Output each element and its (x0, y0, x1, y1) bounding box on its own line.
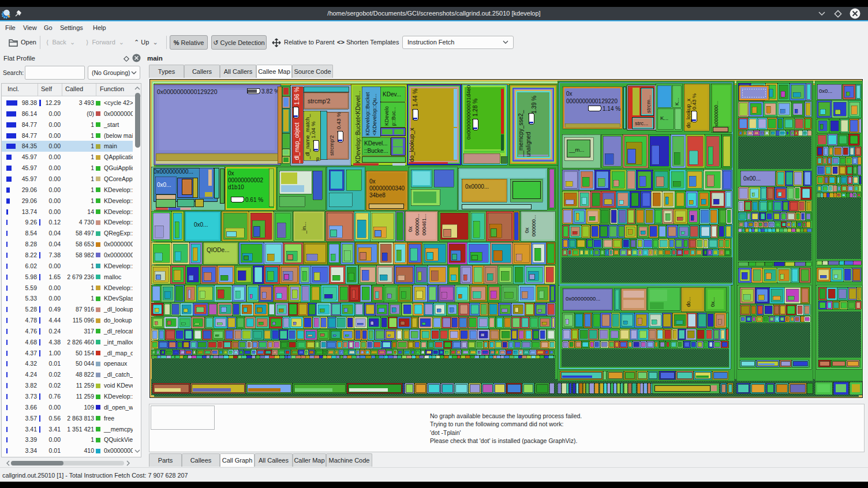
svg-text:strcmp'2: strcmp'2 (308, 97, 331, 104)
svg-text:d1b10: d1b10 (228, 184, 244, 190)
svg-text:00000000002: 00000000002 (228, 177, 264, 183)
svg-text:0.61 %: 0.61 % (245, 197, 263, 203)
svg-text:KDevelop::Bucket: KDevelop::Bucket (364, 92, 371, 136)
svg-text:do_lookup_x: do_lookup_x (408, 127, 415, 162)
svg-text:0x0000000000129220: 0x0000000000129220 (157, 88, 218, 95)
svg-text:0x000000000...: 0x000000000... (154, 168, 193, 175)
svg-text:0x: 0x (566, 91, 573, 97)
svg-text:QIODe...: QIODe... (207, 247, 229, 253)
svg-text:K...: K... (660, 115, 668, 121)
svg-text:3.82 %: 3.82 % (261, 88, 279, 95)
svg-text:0x: 0x (228, 170, 234, 177)
svg-text:::Bucke...: ::Bucke... (364, 148, 388, 154)
svg-text:00000000340: 00000000340 (369, 185, 405, 192)
svg-text:000461...: 000461... (421, 213, 427, 235)
svg-text:1.28 %: 1.28 % (472, 99, 478, 117)
svg-text:0x00000000...: 0x00000000... (566, 295, 600, 302)
svg-text:KDevelop::Bucket<KDevel...: KDevelop::Bucket<KDevel... (355, 91, 361, 163)
svg-text:__m...: __m... (568, 147, 584, 153)
svg-text:1.39 %: 1.39 % (531, 96, 537, 114)
svg-text:p: p (316, 155, 319, 162)
svg-text:0x00...: 0x00... (743, 175, 761, 182)
svg-text:1.44 %: 1.44 % (412, 89, 418, 107)
svg-text:_in...: _in... (301, 222, 307, 234)
svg-text:0000000000129220: 0000000000129220 (566, 98, 618, 104)
svg-text:1.14 %: 1.14 % (603, 106, 620, 112)
svg-text:__memcpy_sse2_: __memcpy_sse2_ (518, 110, 524, 157)
svg-text:K...: K... (674, 97, 680, 106)
svg-text:0x...: 0x... (710, 297, 716, 307)
svg-text:0x: 0x (524, 227, 530, 233)
svg-text:strc...: strc... (635, 120, 648, 126)
svg-text:0x000000000031d4e0: 0x000000000031d4e0 (465, 85, 472, 140)
svg-text:KDev...: KDev... (383, 91, 401, 97)
svg-text:0.43 %: 0.43 % (335, 112, 342, 129)
svg-text:do_lookup_x: do_lookup_x (686, 98, 691, 128)
svg-text:0x0...: 0x0... (819, 88, 832, 94)
svg-text:000000...: 000000... (414, 213, 420, 235)
svg-text:34be8: 34be8 (369, 192, 386, 198)
svg-text:0x0000000...: 0x0000000... (713, 101, 719, 129)
svg-text:0x: 0x (369, 178, 376, 185)
svg-text:KDevelo: KDevelo (384, 106, 390, 126)
svg-text:000000...: 000000... (531, 215, 537, 237)
svg-text:0x: 0x (407, 226, 413, 232)
svg-text:unaligned: unaligned (525, 132, 532, 157)
svg-text:0.43 %: 0.43 % (691, 93, 697, 110)
svg-text:KDevel...: KDevel... (364, 140, 388, 147)
svg-text:p::Buc...: p::Buc... (391, 107, 396, 126)
svg-text:<KDevelop::Qu...: <KDevelop::Qu... (371, 93, 377, 136)
svg-text:1.96 %: 1.96 % (294, 87, 300, 105)
svg-text:0x0000...: 0x0000... (465, 183, 489, 190)
svg-text:do...: do... (686, 296, 691, 307)
svg-text:strcmp'2: strcmp'2 (328, 135, 335, 156)
svg-text:0x0...: 0x0... (194, 222, 208, 228)
svg-text:1.04 %: 1.04 % (310, 121, 316, 138)
svg-text:0x0...: 0x0... (157, 182, 171, 188)
svg-text:_dl_map_object: _dl_map_object (294, 122, 300, 164)
svg-text:strcm...: strcm... (645, 95, 652, 113)
